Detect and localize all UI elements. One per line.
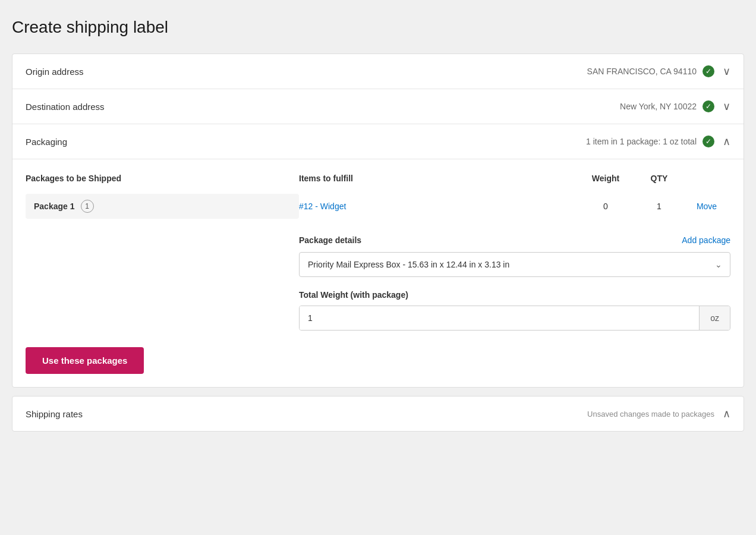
origin-check-icon: ✓ xyxy=(703,65,714,77)
unsaved-changes-text: Unsaved changes made to packages xyxy=(587,410,714,418)
shipping-rates-label: Shipping rates xyxy=(26,409,83,419)
col-packages-header: Packages to be Shipped xyxy=(26,174,299,188)
destination-address-label: Destination address xyxy=(26,102,105,112)
package-1-name: Package 1 xyxy=(34,202,75,211)
package-1-cell: Package 1 1 xyxy=(26,194,299,219)
package-type-select[interactable]: Priority Mail Express Box - 15.63 in x 1… xyxy=(299,252,730,277)
destination-address-row[interactable]: Destination address New York, NY 10022 ✓… xyxy=(12,89,744,124)
packaging-section: Packaging 1 item in 1 package: 1 oz tota… xyxy=(12,124,744,387)
item-link[interactable]: #12 - Widget xyxy=(299,202,576,211)
package-1-badge: 1 xyxy=(81,200,94,213)
destination-address-status: New York, NY 10022 xyxy=(620,102,697,111)
page-title: Create shipping label xyxy=(12,12,744,37)
item-qty: 1 xyxy=(635,202,683,211)
packaging-label: Packaging xyxy=(26,137,67,147)
weight-unit: oz xyxy=(699,306,730,330)
destination-check-icon: ✓ xyxy=(703,100,714,112)
origin-address-status: SAN FRANCISCO, CA 94110 xyxy=(587,67,697,76)
col-action-header xyxy=(683,174,730,188)
item-weight: 0 xyxy=(576,202,635,211)
col-weight-header: Weight xyxy=(576,174,635,188)
package-type-select-wrapper: Priority Mail Express Box - 15.63 in x 1… xyxy=(299,252,730,277)
table-row: Package 1 1 #12 - Widget 0 1 Move xyxy=(26,194,730,219)
package-details-section: Package details Add package Priority Mai… xyxy=(26,235,730,331)
total-weight-label: Total Weight (with package) xyxy=(299,290,730,300)
weight-input[interactable] xyxy=(300,306,699,330)
package-details-label: Package details xyxy=(299,235,361,245)
destination-chevron-icon: ∨ xyxy=(723,100,730,113)
origin-address-row[interactable]: Origin address SAN FRANCISCO, CA 94110 ✓… xyxy=(12,54,744,89)
packaging-header[interactable]: Packaging 1 item in 1 package: 1 oz tota… xyxy=(12,124,744,159)
table-header: Packages to be Shipped Items to fulfill … xyxy=(26,174,730,188)
col-qty-header: QTY xyxy=(635,174,683,188)
total-weight-section: Total Weight (with package) oz xyxy=(299,290,730,331)
packaging-body: Packages to be Shipped Items to fulfill … xyxy=(12,159,744,387)
packaging-status: 1 item in 1 package: 1 oz total xyxy=(586,137,697,146)
shipping-rates-chevron-icon: ∧ xyxy=(723,407,730,420)
add-package-button[interactable]: Add package xyxy=(682,235,730,245)
col-items-header: Items to fulfill xyxy=(299,174,576,188)
package-details-header: Package details Add package xyxy=(299,235,730,245)
packaging-check-icon: ✓ xyxy=(703,136,714,147)
origin-address-label: Origin address xyxy=(26,67,84,77)
use-packages-button[interactable]: Use these packages xyxy=(26,347,144,374)
packaging-chevron-icon: ∧ xyxy=(723,135,730,148)
origin-chevron-icon: ∨ xyxy=(723,65,730,78)
move-button[interactable]: Move xyxy=(683,202,730,211)
weight-input-row: oz xyxy=(299,306,730,331)
shipping-rates-row[interactable]: Shipping rates Unsaved changes made to p… xyxy=(12,396,744,432)
